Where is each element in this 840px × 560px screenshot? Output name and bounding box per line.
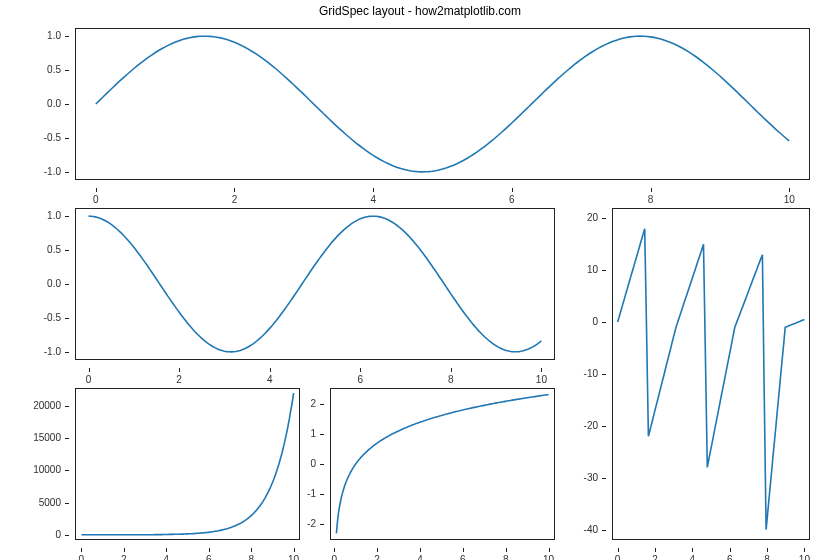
xtick-label: 10 [784, 194, 795, 205]
xtick-label: 2 [232, 194, 238, 205]
axes-frame [75, 208, 555, 360]
xtick-label: 6 [727, 554, 733, 560]
xtick-label: 10 [543, 554, 554, 560]
ytick-label: 0 [592, 316, 598, 327]
xtick-label: 4 [163, 554, 169, 560]
ytick-label: 0.5 [47, 244, 61, 255]
xtick-label: 10 [288, 554, 299, 560]
ytick-label: 0 [310, 458, 316, 469]
xtick-label: 0 [79, 554, 85, 560]
xtick-label: 0 [86, 374, 92, 385]
ytick-label: -30 [584, 472, 598, 483]
xtick-label: 0 [332, 554, 338, 560]
axes-frame [75, 388, 300, 540]
xtick-label: 4 [417, 554, 423, 560]
xtick-label: 0 [93, 194, 99, 205]
ytick-label: -10 [584, 368, 598, 379]
ytick-label: 10000 [33, 464, 61, 475]
ytick-label: -20 [584, 420, 598, 431]
xtick-label: 2 [121, 554, 127, 560]
ytick-label: 2 [310, 398, 316, 409]
xtick-label: 2 [374, 554, 380, 560]
axes-frame [330, 388, 555, 540]
ytick-label: 10 [587, 264, 598, 275]
xtick-label: 2 [652, 554, 658, 560]
ytick-label: 0.5 [47, 64, 61, 75]
xtick-label: 6 [460, 554, 466, 560]
axes-frame [75, 28, 810, 180]
ytick-label: 1.0 [47, 30, 61, 41]
xtick-label: 6 [358, 374, 364, 385]
axes-ax4: 050001000015000200000246810 [75, 388, 300, 540]
ytick-label: 20 [587, 212, 598, 223]
ytick-label: 0.0 [47, 98, 61, 109]
xtick-label: 8 [648, 194, 654, 205]
ytick-label: -40 [584, 524, 598, 535]
ytick-label: 0.0 [47, 278, 61, 289]
ytick-label: 20000 [33, 400, 61, 411]
xtick-label: 6 [509, 194, 515, 205]
xtick-label: 6 [206, 554, 212, 560]
xtick-label: 4 [267, 374, 273, 385]
xtick-label: 2 [176, 374, 182, 385]
ytick-label: -1.0 [44, 346, 61, 357]
ytick-label: 1.0 [47, 210, 61, 221]
ytick-label: -1 [307, 488, 316, 499]
xtick-label: 8 [248, 554, 254, 560]
axes-ax3: -40-30-20-10010200246810 [612, 208, 810, 540]
axes-ax5: -2-10120246810 [330, 388, 555, 540]
xtick-label: 0 [615, 554, 621, 560]
ytick-label: -0.5 [44, 132, 61, 143]
axes-frame [612, 208, 810, 540]
ytick-label: -2 [307, 518, 316, 529]
ytick-label: 5000 [39, 497, 61, 508]
xtick-label: 10 [799, 554, 810, 560]
axes-ax1: -1.0-0.50.00.51.00246810 [75, 28, 810, 180]
xtick-label: 4 [370, 194, 376, 205]
xtick-label: 8 [764, 554, 770, 560]
figure-title: GridSpec layout - how2matplotlib.com [0, 4, 840, 18]
ytick-label: -1.0 [44, 166, 61, 177]
ytick-label: 0 [55, 529, 61, 540]
axes-ax2: -1.0-0.50.00.51.00246810 [75, 208, 555, 360]
ytick-label: 1 [310, 428, 316, 439]
figure: GridSpec layout - how2matplotlib.com -1.… [0, 0, 840, 560]
xtick-label: 4 [690, 554, 696, 560]
ytick-label: 15000 [33, 432, 61, 443]
xtick-label: 10 [536, 374, 547, 385]
xtick-label: 8 [503, 554, 509, 560]
xtick-label: 8 [448, 374, 454, 385]
ytick-label: -0.5 [44, 312, 61, 323]
